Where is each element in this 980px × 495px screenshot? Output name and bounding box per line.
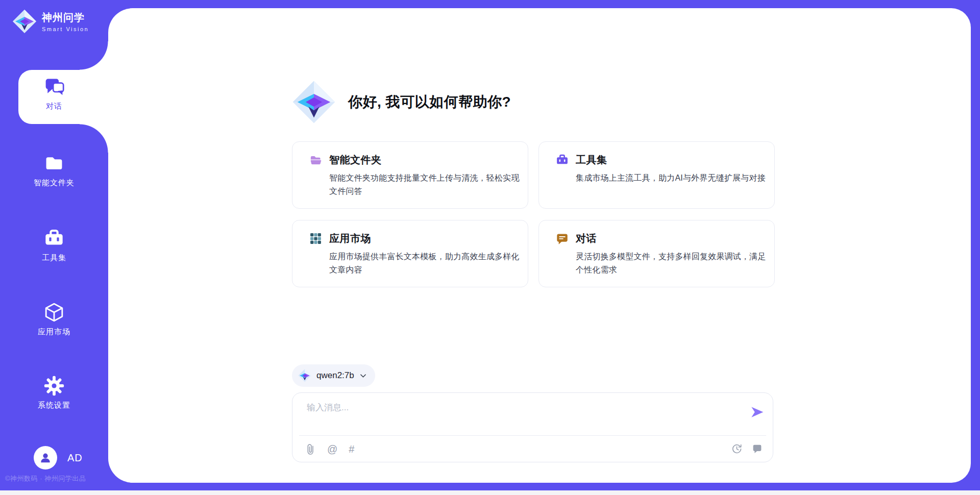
card-description: 应用市场提供丰富长文本模板，助力高效生成多样化文章内容 <box>329 250 521 277</box>
message-composer: @ # <box>292 392 773 462</box>
folder-open-icon <box>309 154 322 166</box>
send-button[interactable] <box>749 405 765 420</box>
sidebar-item-chat[interactable]: 对话 <box>0 77 108 111</box>
sidebar-item-label: 工具集 <box>42 253 66 263</box>
mention-button[interactable]: @ <box>327 444 337 454</box>
sidebar-item-smart-folder[interactable]: 智能文件夹 <box>0 153 108 188</box>
horizontal-scrollbar[interactable] <box>0 490 980 495</box>
card-smart-folder[interactable]: 智能文件夹 智能文件夹功能支持批量文件上传与清洗，轻松实现文件问答 <box>292 141 528 209</box>
composer-tools-right <box>731 443 763 454</box>
card-title: 对话 <box>576 232 597 245</box>
gear-icon <box>44 376 64 396</box>
message-input[interactable] <box>307 402 725 430</box>
brand-diamond-icon <box>298 369 311 382</box>
sidebar-item-label: 系统设置 <box>38 401 70 410</box>
app: 神州问学 Smart Vision 对话 智能文件夹 工具集 应用市场 系统设置 <box>0 0 980 495</box>
paperclip-icon <box>305 443 316 455</box>
topic-button[interactable]: # <box>349 444 354 454</box>
card-description: 智能文件夹功能支持批量文件上传与清洗，轻松实现文件问答 <box>329 171 521 198</box>
card-description: 集成市场上主流工具，助力AI与外界无缝扩展与对接 <box>576 171 768 185</box>
brand-logo-icon <box>12 9 37 34</box>
brand-diamond-icon <box>292 80 336 124</box>
card-title: 智能文件夹 <box>329 153 382 167</box>
model-name: qwen2:7b <box>316 370 354 381</box>
brand-subtitle: Smart Vision <box>42 26 89 32</box>
cube-icon <box>44 302 64 323</box>
card-chat[interactable]: 对话 灵活切换多模型文件，支持多样回复效果调试，满足个性化需求 <box>538 220 775 287</box>
avatar <box>34 446 57 469</box>
folder-icon <box>44 153 64 174</box>
copyright: ©神州数码 · 神州问学出品 <box>5 474 107 483</box>
send-icon <box>750 405 764 419</box>
greeting-title: 你好, 我可以如何帮助你? <box>348 92 511 112</box>
chat-icon <box>44 77 64 97</box>
sidebar-item-toolset[interactable]: 工具集 <box>0 228 108 263</box>
brand: 神州问学 Smart Vision <box>12 9 89 34</box>
grid-icon <box>309 232 322 245</box>
composer-toolbar: @ # <box>305 436 763 462</box>
attach-button[interactable] <box>305 443 316 455</box>
user-account[interactable]: AD <box>34 446 83 469</box>
toolbox-icon <box>44 228 64 249</box>
sidebar-item-app-market[interactable]: 应用市场 <box>0 302 108 337</box>
history-button[interactable] <box>731 443 742 454</box>
brand-name: 神州问学 <box>42 11 89 24</box>
composer-tools-left: @ # <box>305 443 354 455</box>
hash-icon: # <box>349 444 354 454</box>
greeting: 你好, 我可以如何帮助你? <box>292 80 511 124</box>
chat-filled-icon <box>556 232 569 245</box>
chevron-down-icon <box>359 372 367 380</box>
card-description: 灵活切换多模型文件，支持多样回复效果调试，满足个性化需求 <box>576 250 768 277</box>
feature-cards: 智能文件夹 智能文件夹功能支持批量文件上传与清洗，轻松实现文件问答 工具集 集成… <box>292 141 775 287</box>
user-icon <box>39 451 52 464</box>
sidebar: 神州问学 Smart Vision 对话 智能文件夹 工具集 应用市场 系统设置 <box>0 0 108 495</box>
card-title: 工具集 <box>576 153 607 167</box>
at-icon: @ <box>327 444 337 454</box>
message-icon <box>752 443 763 454</box>
new-chat-button[interactable] <box>752 443 763 454</box>
card-app-market[interactable]: 应用市场 应用市场提供丰富长文本模板，助力高效生成多样化文章内容 <box>292 220 528 287</box>
sidebar-item-label: 对话 <box>46 102 62 111</box>
card-toolset[interactable]: 工具集 集成市场上主流工具，助力AI与外界无缝扩展与对接 <box>538 141 775 209</box>
history-icon <box>731 443 742 454</box>
sidebar-item-settings[interactable]: 系统设置 <box>0 376 108 410</box>
card-title: 应用市场 <box>329 232 371 245</box>
toolbox-icon <box>556 154 569 166</box>
user-name: AD <box>67 452 83 464</box>
sidebar-item-label: 应用市场 <box>38 327 70 337</box>
model-selector[interactable]: qwen2:7b <box>292 364 375 387</box>
sidebar-item-label: 智能文件夹 <box>34 178 75 188</box>
